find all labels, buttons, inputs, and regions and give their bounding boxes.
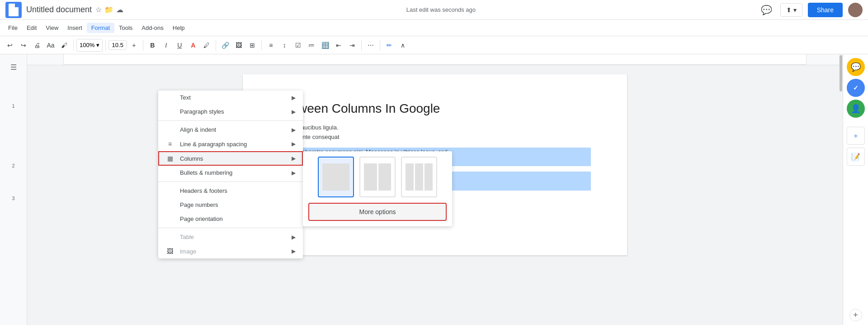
toolbar-divider-1: [73, 40, 74, 51]
scrollbar-thumb[interactable]: [840, 55, 842, 91]
image-icon: 🖼: [165, 248, 175, 255]
menu-view[interactable]: View: [41, 23, 63, 33]
page-number-2: 2: [12, 163, 14, 168]
checklist-button[interactable]: ☑: [292, 39, 304, 52]
link-button[interactable]: 🔗: [219, 39, 231, 52]
zoom-label: 100%: [80, 42, 94, 48]
present-button[interactable]: ⬆ ▾: [780, 3, 802, 17]
indent-decrease-button[interactable]: ⇤: [332, 39, 345, 52]
insert-image-button[interactable]: ⊞: [246, 39, 259, 52]
print-button[interactable]: 🖨: [31, 39, 43, 52]
format-table-item: Table ▶: [158, 230, 303, 244]
numbered-list-button[interactable]: 🔢: [319, 39, 331, 52]
contacts-button[interactable]: 👤: [847, 100, 865, 118]
app-icon: [5, 2, 22, 18]
undo-button[interactable]: ↩: [4, 39, 16, 52]
col-block-1: [322, 163, 349, 191]
present-icon: ⬆: [786, 6, 792, 14]
format-page-orientation-item[interactable]: Page orientation: [158, 212, 303, 226]
format-bullets-item[interactable]: Bullets & numbering ▶: [158, 166, 303, 180]
voice-typing-button[interactable]: ✏: [383, 39, 396, 52]
format-page-numbers-item[interactable]: Page numbers: [158, 198, 303, 212]
share-button[interactable]: Share: [808, 3, 843, 17]
column-options: [308, 157, 447, 197]
column-option-one[interactable]: [318, 157, 354, 197]
columns-arrow: ▶: [292, 155, 296, 162]
star-icon[interactable]: ☆: [95, 5, 102, 14]
folder-icon[interactable]: 📁: [104, 5, 113, 14]
spacing-icon: ≡: [165, 140, 175, 148]
main-area: ☰ 1 2 3 Between Columns In Google m risu…: [0, 54, 868, 325]
image-arrow: ▶: [292, 248, 296, 254]
menu-format[interactable]: Format: [87, 23, 114, 33]
comments-button[interactable]: 💬: [759, 2, 775, 18]
more-toolbar-button[interactable]: ⋯: [364, 39, 377, 52]
right-sidebar: 💬 ✓ 👤 ＋ 📝 +: [843, 54, 868, 325]
font-size-increase[interactable]: +: [127, 39, 140, 52]
tasks-button[interactable]: ✓: [847, 79, 865, 97]
menu-bar: File Edit View Insert Format Tools Add-o…: [0, 20, 868, 36]
line-spacing-button[interactable]: ↕: [278, 39, 291, 52]
three-col-preview: [406, 163, 433, 191]
font-size-input[interactable]: [108, 40, 127, 50]
image-button[interactable]: 🖼: [232, 39, 245, 52]
format-paragraph-item[interactable]: Paragraph styles ▶: [158, 105, 303, 119]
divider-1: [158, 120, 303, 121]
format-headers-item[interactable]: Headers & footers: [158, 184, 303, 198]
left-sidebar: ☰ 1 2 3: [0, 54, 27, 325]
redo-button[interactable]: ↪: [17, 39, 30, 52]
col-block-3c: [425, 163, 433, 191]
last-edit-label: Last edit was seconds ago: [406, 6, 476, 13]
text-color-button[interactable]: A: [187, 39, 199, 52]
format-align-item[interactable]: Align & indent ▶: [158, 123, 303, 137]
toolbar: ↩ ↪ 🖨 Aa 🖌 100% ▾ + B I U A 🖊 🔗 🖼 ⊞ ≡ ↕ …: [0, 36, 868, 54]
add-note-button[interactable]: ＋: [847, 127, 865, 145]
smart-compose-button[interactable]: 💬: [847, 58, 865, 76]
format-columns-item[interactable]: ▦ Columns ▶: [158, 151, 303, 166]
underline-button[interactable]: U: [173, 39, 186, 52]
col-block-3b: [415, 163, 423, 191]
menu-addons[interactable]: Add-ons: [137, 23, 168, 33]
table-arrow: ▶: [292, 234, 296, 240]
present-arrow: ▾: [793, 6, 797, 14]
columns-submenu: More options: [303, 151, 452, 226]
cloud-icon[interactable]: ☁: [116, 5, 123, 14]
add-sidebar-button[interactable]: +: [849, 309, 862, 321]
menu-edit[interactable]: Edit: [22, 23, 41, 33]
paint-format-button[interactable]: 🖌: [58, 39, 71, 52]
more-options-button[interactable]: More options: [308, 203, 447, 221]
bold-button[interactable]: B: [146, 39, 159, 52]
outline-icon[interactable]: ☰: [5, 58, 23, 76]
column-option-three[interactable]: [401, 157, 437, 197]
column-option-two[interactable]: [359, 157, 396, 197]
avatar[interactable]: [848, 3, 863, 17]
title-icons: ☆ 📁 ☁: [95, 5, 123, 14]
spellcheck-button[interactable]: Aa: [44, 39, 57, 52]
menu-file[interactable]: File: [4, 23, 22, 33]
vertical-scrollbar[interactable]: [839, 54, 843, 325]
page-number-1: 1: [12, 103, 14, 109]
menu-insert[interactable]: Insert: [63, 23, 87, 33]
page-heading: Between Columns In Google: [279, 101, 591, 116]
italic-button[interactable]: I: [160, 39, 172, 52]
menu-help[interactable]: Help: [168, 23, 189, 33]
bullets-button[interactable]: ≔: [305, 39, 318, 52]
toolbar-divider-6: [361, 40, 362, 51]
header-right: 💬 ⬆ ▾ Share: [759, 2, 863, 18]
bullets-arrow: ▶: [292, 170, 296, 176]
one-col-preview: [322, 163, 349, 191]
ruler: [27, 54, 843, 65]
toolbar-divider-4: [216, 40, 216, 51]
format-text-item[interactable]: Text ▶: [158, 91, 303, 105]
collapse-toolbar-button[interactable]: ∧: [396, 39, 409, 52]
align-button[interactable]: ≡: [264, 39, 277, 52]
toolbar-divider-2: [105, 40, 106, 51]
zoom-selector[interactable]: 100% ▾: [76, 39, 103, 52]
format-spacing-item[interactable]: ≡ Line & paragraph spacing ▶: [158, 137, 303, 151]
doc-title[interactable]: Untitled document: [26, 5, 92, 14]
spacing-arrow: ▶: [292, 141, 296, 147]
feedback-button[interactable]: 📝: [847, 148, 865, 166]
highlight-button[interactable]: 🖊: [200, 39, 213, 52]
menu-tools[interactable]: Tools: [114, 23, 137, 33]
indent-increase-button[interactable]: ⇥: [346, 39, 359, 52]
